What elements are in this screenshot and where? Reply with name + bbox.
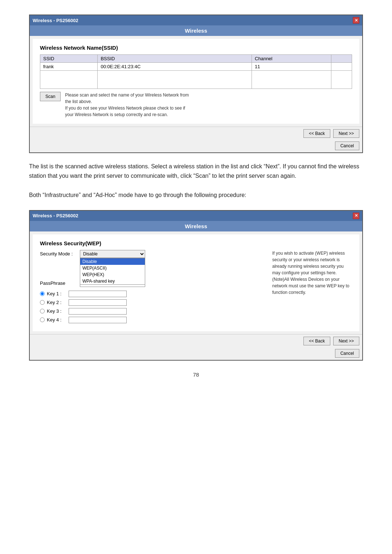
dialog-window-2: Wireless - PS256002 ✕ Wireless Wireless … [29,210,363,361]
body-paragraph-1: The list is the scanned active wireless … [29,162,363,180]
key2-radio[interactable] [40,300,45,305]
scan-row: Scan Please scan and select the name of … [40,92,352,118]
security-mode-select[interactable]: Disable WEP(ASCII) WEP(HEX) WPA-shared k… [80,250,145,258]
dialog-titlebar-2: Wireless - PS256002 ✕ [30,211,362,221]
cancel-button-2[interactable]: Cancel [335,349,359,358]
empty-cell-2 [98,71,252,89]
dialog-body-1: Wireless Network Name(SSID) SSID BSSID C… [33,39,359,124]
page-content: Wireless - PS256002 ✕ Wireless Wireless … [29,15,363,378]
cell-bssid: 00:0E:2E:41:23:4C [98,63,252,71]
col-channel: Channel [252,55,331,63]
next-button-2[interactable]: Next >> [333,337,359,345]
close-button-1[interactable]: ✕ [353,17,359,24]
passphrase-spacer: PassPhrase [40,280,266,287]
dialog-footer-1: << Back Next >> [30,127,362,140]
passphrase-row: PassPhrase [40,280,266,287]
key3-label: Key 3 : [47,308,69,314]
wep-left: Security Mode : Disable WEP(ASCII) WEP(H… [40,250,266,325]
key1-input[interactable] [69,291,127,297]
empty-cell-4 [331,71,352,89]
section-title-1: Wireless Network Name(SSID) [40,45,352,51]
dropdown-item-wep-hex[interactable]: WEP(HEX) [80,271,145,278]
section-title-2: Wireless Security(WEP) [40,240,352,246]
security-mode-row: Security Mode : Disable WEP(ASCII) WEP(H… [40,250,266,258]
key4-radio[interactable] [40,317,45,322]
cell-ssid: frank [40,63,98,71]
dialog-window-1: Wireless - PS256002 ✕ Wireless Wireless … [29,15,363,153]
scan-text: Please scan and select the name of your … [65,92,189,118]
key3-radio[interactable] [40,309,45,313]
scan-button[interactable]: Scan [40,92,61,101]
key4-label: Key 4 : [47,317,69,323]
dialog-footer-2: << Back Next >> [30,334,362,348]
wep-right-text: If you wish to activate (WEP) wireless s… [272,250,352,325]
wep-form: Security Mode : Disable WEP(ASCII) WEP(H… [40,250,352,325]
col-extra [331,55,352,63]
cell-channel: 11 [252,63,331,71]
dialog-title-2: Wireless - PS256002 [33,213,78,218]
key4-input[interactable] [69,317,127,323]
key1-radio[interactable] [40,291,45,296]
dropdown-item-disable[interactable]: Disable [80,258,145,265]
key2-label: Key 2 : [47,300,69,305]
back-button-1[interactable]: << Back [303,129,330,138]
key2-input[interactable] [69,299,127,306]
key1-label: Key 1 : [47,291,69,296]
body-paragraph-2: Both “Infrastructure” and “Ad-Hoc” mode … [29,190,363,200]
dialog-cancel-row-1: Cancel [30,140,362,152]
table-row[interactable]: frank 00:0E:2E:41:23:4C 11 [40,63,352,71]
close-button-2[interactable]: ✕ [353,213,359,219]
dropdown-item-wep-ascii[interactable]: WEP(ASCII) [80,265,145,271]
key4-row: Key 4 : [40,317,266,323]
empty-cell-3 [252,71,331,89]
dialog-body-2: Wireless Security(WEP) Security Mode : D… [33,234,359,331]
col-bssid: BSSID [98,55,252,63]
key2-row: Key 2 : [40,299,266,306]
page-number: 78 [29,372,363,378]
next-button-1[interactable]: Next >> [333,129,359,138]
cancel-button-1[interactable]: Cancel [335,141,359,150]
empty-cell-1 [40,71,98,89]
ssid-table: SSID BSSID Channel frank 00:0E:2E:41:23:… [40,54,352,89]
col-ssid: SSID [40,55,98,63]
key3-input[interactable] [69,308,127,315]
dialog-title-1: Wireless - PS256002 [33,18,78,23]
dropdown-item-wpa[interactable]: WPA-shared key [80,278,145,284]
passphrase-label: PassPhrase [40,280,80,286]
security-mode-label: Security Mode : [40,251,80,257]
dialog-header-bar-1: Wireless [30,25,362,36]
keys-section: Key 1 : Key 2 : Key 3 : [40,291,266,323]
cell-extra [331,63,352,71]
dialog-titlebar-1: Wireless - PS256002 ✕ [30,15,362,25]
dialog-cancel-row-2: Cancel [30,348,362,360]
dropdown-list: Disable WEP(ASCII) WEP(HEX) WPA-shared k… [80,258,145,285]
key3-row: Key 3 : [40,308,266,315]
back-button-2[interactable]: << Back [303,337,330,345]
key1-row: Key 1 : [40,291,266,297]
security-mode-dropdown-wrapper: Disable WEP(ASCII) WEP(HEX) WPA-shared k… [80,250,145,258]
dialog-header-bar-2: Wireless [30,221,362,231]
